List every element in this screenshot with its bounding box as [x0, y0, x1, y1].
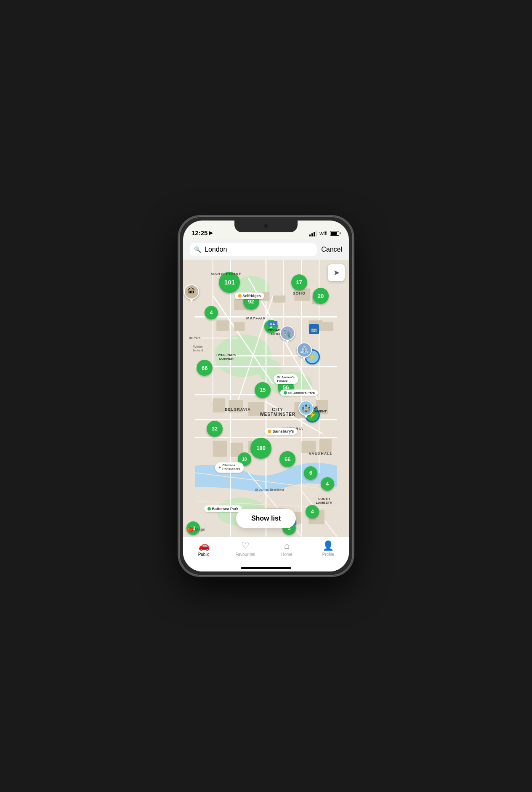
marker-17[interactable]: 17: [291, 274, 307, 290]
status-icons: wifi: [309, 230, 340, 237]
transit-marker: 🚌: [309, 324, 319, 334]
notch: [234, 221, 298, 232]
map-area: ➤ 101 4 92 17 20 3 66: [183, 260, 349, 537]
landmark-parliament: 🏰: [298, 400, 314, 418]
show-list-button[interactable]: Show list: [236, 509, 296, 528]
svg-rect-29: [273, 295, 285, 303]
tab-favourites[interactable]: ♡ Favourites: [225, 541, 266, 557]
poi-sainsburys: Sainsbury's: [265, 428, 298, 435]
search-icon: 🔍: [194, 246, 201, 253]
battery-icon: [330, 231, 340, 236]
signal-icon: [309, 231, 317, 237]
marker-6[interactable]: 6: [304, 466, 317, 480]
compass-icon: ➤: [333, 268, 340, 277]
search-bar: 🔍 London Cancel: [183, 239, 349, 260]
search-input[interactable]: London: [205, 246, 227, 253]
marker-20[interactable]: 20: [313, 288, 329, 304]
phone-wrapper: 12:25 ▶ wifi: [178, 215, 354, 577]
landmark-marble-arch: 🏛: [184, 284, 199, 302]
apple-maps-logo: 🍎 Maps: [187, 526, 205, 532]
poi-battersea: Battersea Park: [204, 505, 242, 512]
time-display: 12:25: [192, 229, 207, 237]
marker-66a[interactable]: 66: [197, 360, 213, 376]
svg-rect-45: [319, 439, 331, 453]
phone-frame: 12:25 ▶ wifi: [178, 215, 354, 577]
search-input-container[interactable]: 🔍 London: [190, 243, 317, 256]
tab-profile[interactable]: 👤 Profile: [308, 541, 349, 557]
tab-home-label: Home: [281, 552, 293, 557]
camera: [264, 224, 268, 228]
svg-rect-41: [213, 441, 227, 457]
tab-profile-icon: 👤: [322, 541, 334, 550]
landmark-piccadilly: 🗽: [280, 326, 295, 344]
home-indicator: [241, 567, 291, 569]
phone-screen: 12:25 ▶ wifi: [183, 221, 349, 571]
marker-66b[interactable]: 66: [279, 451, 295, 467]
tab-home[interactable]: ⌂ Home: [266, 541, 308, 557]
location-arrow-icon: ▶: [209, 230, 213, 236]
poi-st-james-palace: St James'sPalace: [274, 374, 298, 384]
svg-rect-33: [234, 322, 245, 331]
cancel-button[interactable]: Cancel: [321, 246, 342, 253]
marker-15[interactable]: 15: [255, 382, 271, 398]
marker-4c[interactable]: 4: [306, 505, 319, 518]
svg-rect-36: [213, 399, 225, 413]
tab-public-label: Public: [198, 552, 210, 557]
poi-st-james-park: St. James's Park: [280, 390, 318, 396]
wifi-icon: wifi: [319, 230, 327, 237]
road-sign-a: A▲: [268, 321, 278, 327]
status-time: 12:25 ▶: [192, 229, 213, 237]
tab-public[interactable]: 🚗 Public: [183, 541, 225, 557]
tab-favourites-icon: ♡: [241, 541, 250, 550]
svg-rect-37: [229, 400, 243, 412]
tab-public-icon: 🚗: [198, 541, 210, 550]
svg-rect-35: [323, 322, 333, 331]
svg-rect-30: [294, 288, 310, 300]
svg-rect-44: [301, 441, 316, 453]
marker-4b[interactable]: 4: [321, 477, 334, 491]
poi-selfridges: Selfridges: [234, 292, 264, 299]
tab-home-icon: ⌂: [284, 541, 290, 550]
svg-rect-38: [248, 402, 264, 416]
landmark-trafalgar: ⛲: [297, 342, 312, 360]
marker-180[interactable]: 180: [250, 438, 271, 459]
marker-4a[interactable]: 4: [205, 306, 218, 319]
tab-profile-label: Profile: [322, 552, 334, 557]
poi-chelsea: + ChelseaPensioners: [215, 462, 244, 473]
tab-bar: 🚗 Public ♡ Favourites ⌂ Home 👤 Profile: [183, 537, 349, 571]
map-background: ➤ 101 4 92 17 20 3 66: [183, 260, 349, 537]
svg-rect-32: [216, 320, 229, 331]
tab-favourites-label: Favourites: [235, 552, 255, 557]
location-button[interactable]: ➤: [328, 264, 345, 281]
marker-32[interactable]: 32: [207, 421, 223, 437]
marker-101[interactable]: 101: [219, 272, 240, 293]
